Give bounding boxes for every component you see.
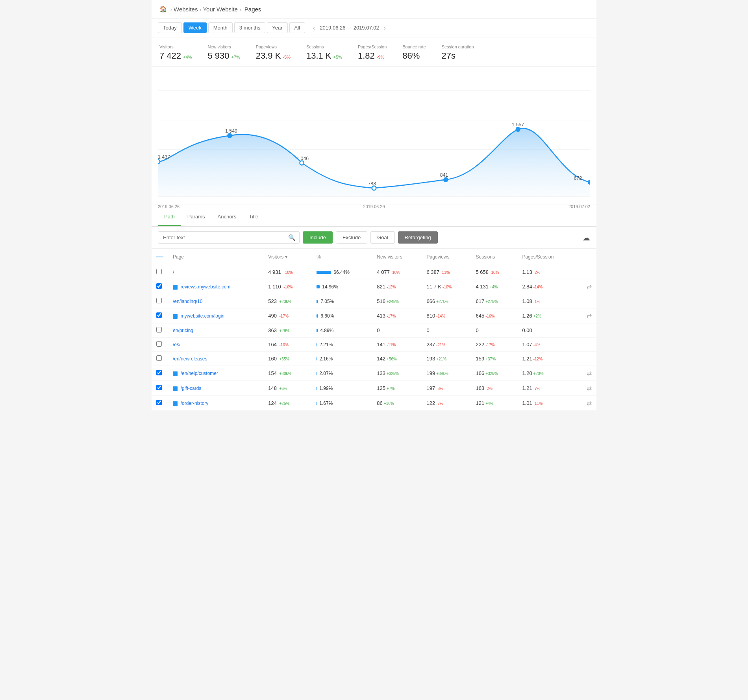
row-retarget[interactable]: ⇄ <box>576 308 596 323</box>
row-pageviews: 122-7% <box>422 396 471 411</box>
tab-title[interactable]: Title <box>243 208 265 226</box>
row-new-visitors: 821-12% <box>372 279 422 294</box>
breadcrumb-websites[interactable]: Websites <box>174 6 198 13</box>
home-icon[interactable]: 🏠 <box>159 6 167 13</box>
row-checkbox-cell[interactable] <box>152 338 168 352</box>
row-page[interactable]: /order-history <box>168 396 263 411</box>
row-checkbox[interactable] <box>156 269 162 274</box>
row-retarget[interactable] <box>576 352 596 366</box>
percent-bar <box>317 357 317 360</box>
row-checkbox-cell[interactable] <box>152 323 168 338</box>
search-icon: 🔍 <box>288 234 296 241</box>
retarget-icon[interactable]: ⇄ <box>587 312 592 320</box>
include-button[interactable]: Include <box>303 231 333 244</box>
time-btn-today[interactable]: Today <box>158 22 182 33</box>
stat-bounce-rate: Bounce rate 86% <box>402 44 426 61</box>
row-retarget[interactable] <box>576 338 596 352</box>
row-pageviews: 6 387-11% <box>422 265 471 279</box>
row-page[interactable]: /en/help/customer <box>168 366 263 381</box>
row-checkbox-cell[interactable] <box>152 352 168 366</box>
breadcrumb-website[interactable]: Your Website <box>203 6 237 13</box>
row-page[interactable]: reviews.mywebsite.com <box>168 279 263 294</box>
retargeting-button[interactable]: Retargeting <box>398 231 438 244</box>
row-retarget[interactable] <box>576 323 596 338</box>
table-row: /en/newreleases 160 +55% 2.16% 142+56% 1… <box>152 352 596 366</box>
col-header-page: Page <box>168 249 263 265</box>
row-checkbox[interactable] <box>156 298 162 303</box>
row-sessions: 645-16% <box>471 308 518 323</box>
row-checkbox-cell[interactable] <box>152 294 168 308</box>
time-btn-month[interactable]: Month <box>208 22 233 33</box>
row-page[interactable]: /en/newreleases <box>168 352 263 366</box>
col-header-visitors[interactable]: Visitors ▾ <box>263 249 312 265</box>
row-checkbox-cell[interactable] <box>152 396 168 411</box>
time-btn-year[interactable]: Year <box>267 22 287 33</box>
retarget-icon[interactable]: ⇄ <box>587 384 592 392</box>
svg-text:672: 672 <box>574 175 582 181</box>
tab-path[interactable]: Path <box>158 208 181 226</box>
row-checkbox[interactable] <box>156 341 162 347</box>
goal-button[interactable]: Goal <box>370 231 394 244</box>
row-checkbox-cell[interactable] <box>152 279 168 294</box>
row-sessions: 163-2% <box>471 381 518 396</box>
row-checkbox-cell[interactable] <box>152 265 168 279</box>
row-checkbox-cell[interactable] <box>152 366 168 381</box>
search-input[interactable] <box>158 231 300 244</box>
row-sessions: 5 658-10% <box>471 265 518 279</box>
row-visitors: 523 +23k% <box>263 294 312 308</box>
row-checkbox[interactable] <box>156 370 162 375</box>
row-checkbox[interactable] <box>156 355 162 361</box>
time-btn-all[interactable]: All <box>289 22 305 33</box>
row-checkbox[interactable] <box>156 283 162 289</box>
row-percent: 1.67% <box>312 396 372 411</box>
time-btn-week[interactable]: Week <box>183 22 207 33</box>
tab-params[interactable]: Params <box>181 208 211 226</box>
row-new-visitors: 86+16% <box>372 396 422 411</box>
row-checkbox[interactable] <box>156 385 162 390</box>
row-page[interactable]: /gift-cards <box>168 381 263 396</box>
row-page[interactable]: /en/landing/10 <box>168 294 263 308</box>
svg-point-8 <box>372 186 376 190</box>
tabs-bar: Path Params Anchors Title <box>152 208 596 227</box>
row-retarget[interactable]: ⇄ <box>576 279 596 294</box>
stat-session-duration: Session duration 27s <box>442 44 474 61</box>
row-checkbox[interactable] <box>156 327 162 332</box>
row-visitors: 4 931 -10% <box>263 265 312 279</box>
row-pageviews: 193+21% <box>422 352 471 366</box>
row-checkbox-cell[interactable] <box>152 381 168 396</box>
row-retarget[interactable]: ⇄ <box>576 381 596 396</box>
row-pageviews: 0 <box>422 323 471 338</box>
exclude-button[interactable]: Exclude <box>336 231 367 244</box>
tab-anchors[interactable]: Anchors <box>211 208 243 226</box>
row-checkbox-cell[interactable] <box>152 308 168 323</box>
col-header-minus[interactable]: — <box>152 249 168 265</box>
percent-bar <box>317 402 317 405</box>
time-btn-3months[interactable]: 3 months <box>234 22 265 33</box>
row-page[interactable]: mywebsite.com/login <box>168 308 263 323</box>
prev-date-arrow[interactable]: ‹ <box>311 24 317 32</box>
row-checkbox[interactable] <box>156 312 162 318</box>
row-retarget[interactable] <box>576 294 596 308</box>
row-retarget[interactable]: ⇄ <box>576 366 596 381</box>
retarget-icon[interactable]: ⇄ <box>587 399 592 407</box>
breadcrumb-pages: Pages <box>244 6 261 13</box>
row-pps: 1.21-7% <box>517 381 576 396</box>
stat-new-visitors: New visitors 5 930+7% <box>207 44 240 61</box>
row-sessions: 0 <box>471 323 518 338</box>
next-date-arrow[interactable]: › <box>381 24 388 32</box>
row-page[interactable]: / <box>168 265 263 279</box>
table-row: mywebsite.com/login 490 -17% 6.60% 413-1… <box>152 308 596 323</box>
retarget-icon[interactable]: ⇄ <box>587 369 592 377</box>
retarget-icon[interactable]: ⇄ <box>587 283 592 290</box>
row-page[interactable]: en/pricing <box>168 323 263 338</box>
row-percent: 6.60% <box>312 308 372 323</box>
blue-indicator <box>173 285 178 290</box>
row-checkbox[interactable] <box>156 400 162 405</box>
row-retarget[interactable] <box>576 265 596 279</box>
row-pageviews: 237-21% <box>422 338 471 352</box>
breadcrumb-sep2: › <box>199 6 201 13</box>
row-pageviews: 666+27k% <box>422 294 471 308</box>
row-page[interactable]: /es/ <box>168 338 263 352</box>
cloud-icon[interactable]: ☁ <box>582 233 590 242</box>
row-retarget[interactable]: ⇄ <box>576 396 596 411</box>
